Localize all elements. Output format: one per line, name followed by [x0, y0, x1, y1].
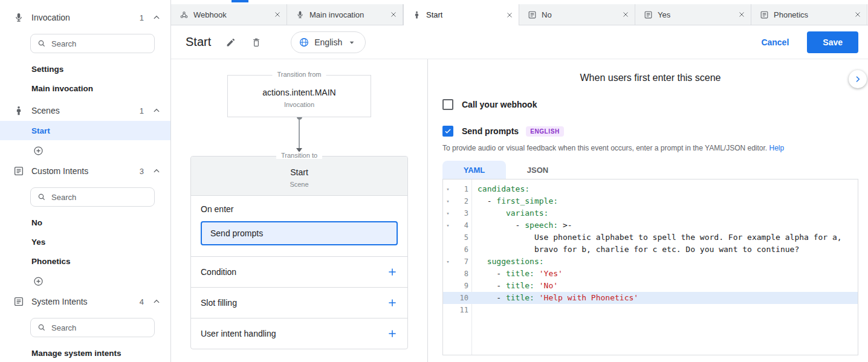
call-webhook-checkbox[interactable]: [442, 99, 453, 110]
close-icon[interactable]: [389, 10, 398, 19]
yaml-editor[interactable]: ▾1candidates:▾2 - first_simple:▾3 varian…: [442, 179, 858, 355]
edit-pencil-icon[interactable]: [225, 37, 236, 48]
tab-json[interactable]: JSON: [506, 161, 569, 179]
node-type-label: Invocation: [234, 101, 364, 108]
intent-icon: [760, 10, 769, 19]
line-number: 2: [453, 195, 468, 207]
code-text: - first_simple:: [471, 195, 558, 207]
transition-from-label: Transition from: [273, 71, 326, 78]
close-icon[interactable]: [737, 10, 746, 19]
tab-start[interactable]: Start: [403, 4, 519, 25]
code-text: candidates:: [471, 183, 530, 195]
help-link[interactable]: Help: [769, 144, 785, 152]
tab-yes[interactable]: Yes: [635, 4, 751, 25]
code-text: - speech: >-: [471, 219, 572, 231]
sidebar-section-system-intents[interactable]: System Intents 4: [0, 291, 170, 312]
fold-gutter: [443, 244, 453, 256]
delete-trash-icon[interactable]: [251, 37, 262, 48]
tab-yaml[interactable]: YAML: [442, 161, 506, 179]
add-intent-handler-button[interactable]: [387, 328, 398, 339]
sidebar-item-start[interactable]: Start: [0, 121, 170, 140]
actions-console-app: Invocation 1 Settings Main invocation Sc…: [0, 0, 868, 362]
language-selector[interactable]: English: [291, 31, 366, 53]
code-line-8[interactable]: 8 - title: 'Yes': [443, 268, 858, 280]
chevron-up-icon: [151, 105, 162, 116]
add-scene-button[interactable]: [0, 140, 170, 161]
on-enter-label: On enter: [201, 204, 398, 214]
expand-panel-button[interactable]: [849, 70, 867, 88]
code-line-10[interactable]: 10 - title: 'Help with Phonetics': [443, 292, 858, 304]
line-number: 7: [453, 256, 468, 268]
code-line-1[interactable]: ▾1candidates:: [443, 183, 858, 195]
add-slot-button[interactable]: [387, 297, 398, 308]
sidebar: Invocation 1 Settings Main invocation Sc…: [0, 0, 171, 362]
tab-phonetics[interactable]: Phonetics: [751, 4, 867, 25]
search-input[interactable]: [51, 193, 148, 202]
transition-to-label: Transition to: [276, 152, 322, 159]
fold-toggle-icon[interactable]: ▾: [443, 183, 453, 195]
code-line-4[interactable]: ▾4 - speech: >-: [443, 219, 858, 231]
code-line-6[interactable]: 6 bravo for b, charlie for c etc. Do you…: [443, 244, 858, 256]
scene-name: Start: [197, 167, 401, 177]
code-line-9[interactable]: 9 - title: 'No': [443, 280, 858, 292]
search-icon: [37, 39, 47, 48]
sidebar-item-no[interactable]: No: [0, 213, 170, 232]
code-line-3[interactable]: ▾3 variants:: [443, 207, 858, 219]
chevron-up-icon: [151, 296, 162, 307]
code-line-7[interactable]: ▾7 suggestions:: [443, 256, 858, 268]
search-input[interactable]: [51, 39, 148, 48]
sidebar-item-manage-system-intents[interactable]: Manage system intents: [0, 343, 170, 362]
tab-webhook[interactable]: Webhook: [171, 4, 287, 25]
close-icon[interactable]: [853, 10, 862, 19]
fold-toggle-icon[interactable]: ▾: [443, 219, 453, 231]
search-input[interactable]: [51, 323, 148, 332]
tab-main-invocation[interactable]: Main invocation: [287, 4, 403, 25]
close-icon[interactable]: [273, 10, 282, 19]
line-number: 8: [453, 268, 468, 280]
caret-down-icon: [347, 37, 357, 47]
add-intent-button[interactable]: [0, 271, 170, 291]
close-icon[interactable]: [505, 11, 514, 19]
save-button[interactable]: Save: [807, 31, 858, 53]
close-icon[interactable]: [621, 10, 630, 19]
line-number: 3: [453, 207, 468, 219]
code-line-2[interactable]: ▾2 - first_simple:: [443, 195, 858, 207]
section-label: System Intents: [31, 297, 140, 306]
add-condition-button[interactable]: [387, 267, 398, 277]
tab-no[interactable]: No: [519, 4, 635, 25]
line-number: 1: [453, 183, 468, 195]
transition-from-node[interactable]: Transition from actions.intent.MAIN Invo…: [227, 75, 371, 117]
code-line-11[interactable]: 11: [443, 304, 858, 316]
sidebar-item-settings[interactable]: Settings: [0, 59, 170, 79]
sidebar-item-yes[interactable]: Yes: [0, 232, 170, 251]
event-detail-panel: When users first enter this scene Call y…: [428, 59, 868, 362]
invocation-search-box: [30, 34, 155, 53]
webhook-icon: [180, 10, 189, 19]
fold-toggle-icon[interactable]: ▾: [443, 207, 453, 219]
sidebar-section-invocation[interactable]: Invocation 1: [0, 7, 170, 28]
section-count: 3: [140, 167, 144, 176]
transition-to-node[interactable]: Transition to Start Scene: [191, 157, 407, 196]
sidebar-section-scenes[interactable]: Scenes 1: [0, 100, 170, 121]
code-text: - title: 'Yes': [471, 268, 563, 280]
tab-label: Webhook: [193, 10, 227, 19]
section-count: 1: [140, 13, 144, 22]
call-webhook-label: Call your webhook: [462, 100, 537, 109]
fold-toggle-icon[interactable]: ▾: [443, 195, 453, 207]
send-prompts-checkbox[interactable]: [442, 126, 453, 137]
fold-gutter: [443, 304, 453, 316]
fold-toggle-icon[interactable]: ▾: [443, 256, 453, 268]
fold-gutter: [443, 231, 453, 244]
slot-filling-label: Slot filling: [201, 298, 237, 308]
sidebar-item-phonetics[interactable]: Phonetics: [0, 251, 170, 271]
sidebar-item-main-invocation[interactable]: Main invocation: [0, 79, 170, 98]
sidebar-section-custom-intents[interactable]: Custom Intents 3: [0, 161, 170, 181]
send-prompts-handler[interactable]: Send prompts: [201, 221, 398, 245]
line-number: 5: [453, 231, 468, 244]
code-line-5[interactable]: 5 Use phonetic alphabet to spell the wor…: [443, 231, 858, 244]
code-text: - title: 'No': [471, 280, 558, 292]
tab-label: No: [542, 10, 552, 19]
section-count: 4: [140, 297, 144, 306]
cancel-button[interactable]: Cancel: [761, 37, 789, 47]
globe-icon: [299, 37, 309, 48]
